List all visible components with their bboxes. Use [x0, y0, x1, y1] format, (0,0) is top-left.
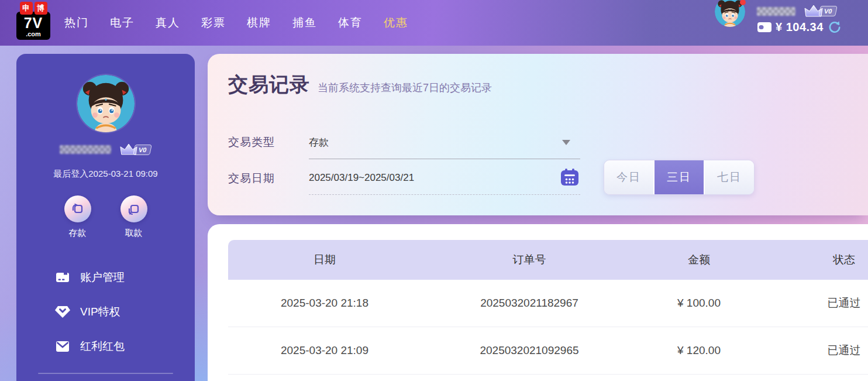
cell-order-no: 2025032021182967 [421, 297, 638, 310]
sidebar-item-label: VIP特权 [80, 304, 120, 320]
transaction-date-input[interactable]: 2025/03/19~2025/03/21 [309, 172, 414, 184]
header-status: 状态 [760, 252, 868, 267]
page: { "colors": { "nav-active": "#f6d66b", "… [0, 0, 868, 381]
red-packet-icon [55, 339, 70, 354]
main-nav: 热门 电子 真人 彩票 棋牌 捕鱼 体育 优惠 [64, 0, 408, 46]
cell-date: 2025-03-20 21:09 [228, 344, 421, 357]
range-button-today[interactable]: 今日 [604, 160, 655, 194]
username-blurred [757, 7, 795, 16]
cell-status: 已通过 [760, 343, 868, 358]
withdraw-label: 取款 [115, 228, 153, 239]
nav-item-hot[interactable]: 热门 [64, 15, 89, 30]
sidebar-item-account[interactable]: 账户管理 [16, 260, 195, 294]
user-avatar[interactable] [715, 0, 745, 27]
date-range-group: 今日 三日 七日 [604, 160, 755, 195]
table-row: 2025-03-20 21:18 2025032021182967 ¥ 100.… [228, 280, 868, 327]
cell-amount: ¥ 120.00 [638, 344, 760, 357]
last-login-text: 最后登入2025-03-21 09:09 [16, 169, 195, 180]
transactions-panel: 日期 订单号 金额 状态 2025-03-20 21:18 2025032021… [208, 224, 868, 381]
calendar-icon[interactable] [561, 169, 578, 188]
account-card-icon [55, 270, 70, 285]
profile-username-blurred [60, 145, 111, 154]
nav-item-chess[interactable]: 棋牌 [247, 15, 271, 30]
cell-status: 已通过 [760, 296, 868, 311]
profile-avatar[interactable] [77, 75, 135, 132]
withdraw-button[interactable]: 取款 [115, 195, 153, 239]
deposit-label: 存款 [59, 228, 97, 239]
cell-amount: ¥ 100.00 [638, 297, 760, 310]
user-info: V0 ¥ 104.34 [757, 5, 841, 34]
site-logo[interactable]: 申 博 7V .com [16, 2, 50, 40]
nav-item-live[interactable]: 真人 [156, 15, 180, 30]
profile-vip-badge: V0 [133, 145, 152, 155]
top-nav: 申 博 7V .com 热门 电子 真人 彩票 棋牌 捕鱼 体育 优惠 V0 [0, 0, 868, 46]
logo-suffix-text: .com [18, 31, 49, 37]
title-row: 交易记录 当前系统支持查询最近7日的交易记录 [228, 71, 492, 98]
user-name-row: V0 [757, 5, 841, 17]
logo-tags: 申 博 [16, 2, 50, 15]
logo-tag-right: 博 [35, 2, 47, 15]
nav-item-slots[interactable]: 电子 [110, 15, 135, 30]
filter-panel: 交易记录 当前系统支持查询最近7日的交易记录 交易类型 存款 交易日期 2025… [208, 54, 868, 215]
nav-item-sports[interactable]: 体育 [338, 15, 363, 30]
vip-level-badge: V0 [818, 6, 838, 16]
transactions-table: 日期 订单号 金额 状态 2025-03-20 21:18 2025032021… [228, 240, 868, 375]
balance-row: ¥ 104.34 [757, 20, 841, 34]
range-button-3days[interactable]: 三日 [655, 160, 705, 194]
page-title: 交易记录 [228, 71, 310, 98]
header-date: 日期 [228, 252, 421, 267]
sidebar-item-label: 红利红包 [80, 339, 125, 354]
nav-item-lottery[interactable]: 彩票 [201, 15, 226, 30]
balance-amount: ¥ 104.34 [776, 20, 824, 34]
logo-main-text: 7V [18, 16, 49, 30]
notification-dot [740, 0, 746, 5]
deposit-icon [64, 195, 91, 222]
wallet-icon [757, 21, 772, 33]
profile-name-row: V0 [16, 143, 195, 156]
cell-date: 2025-03-20 21:18 [228, 297, 421, 310]
refresh-icon[interactable] [827, 20, 841, 34]
transaction-type-label: 交易类型 [228, 135, 275, 150]
quick-actions: 存款 取款 [16, 195, 195, 239]
chevron-down-icon[interactable] [562, 140, 570, 145]
table-header: 日期 订单号 金额 状态 [228, 240, 868, 280]
nav-item-promo[interactable]: 优惠 [384, 15, 408, 30]
sidebar: V0 最后登入2025-03-21 09:09 存款 取款 [16, 54, 195, 381]
deposit-button[interactable]: 存款 [59, 195, 97, 239]
vip-gem-icon [55, 304, 70, 320]
date-underline [309, 194, 580, 195]
table-row: 2025-03-20 21:09 2025032021092965 ¥ 120.… [228, 327, 868, 375]
logo-tag-left: 申 [20, 2, 33, 15]
page-subtitle: 当前系统支持查询最近7日的交易记录 [318, 81, 492, 95]
sidebar-item-label: 账户管理 [80, 270, 125, 285]
header-order-no: 订单号 [421, 252, 638, 267]
logo-body: 7V .com [16, 12, 50, 40]
transaction-date-label: 交易日期 [228, 171, 275, 186]
sidebar-item-redpacket[interactable]: 红利红包 [16, 329, 195, 363]
sidebar-item-vip[interactable]: VIP特权 [16, 294, 195, 329]
nav-item-fishing[interactable]: 捕鱼 [292, 15, 317, 30]
header-amount: 金额 [638, 252, 760, 267]
type-underline [309, 159, 580, 159]
range-button-7days[interactable]: 七日 [705, 160, 754, 194]
transaction-type-select[interactable]: 存款 [309, 136, 329, 149]
cell-order-no: 2025032021092965 [421, 344, 638, 357]
withdraw-icon [120, 195, 147, 222]
sidebar-menu: 账户管理 VIP特权 红利红包 [16, 260, 195, 363]
sidebar-divider [38, 373, 173, 374]
